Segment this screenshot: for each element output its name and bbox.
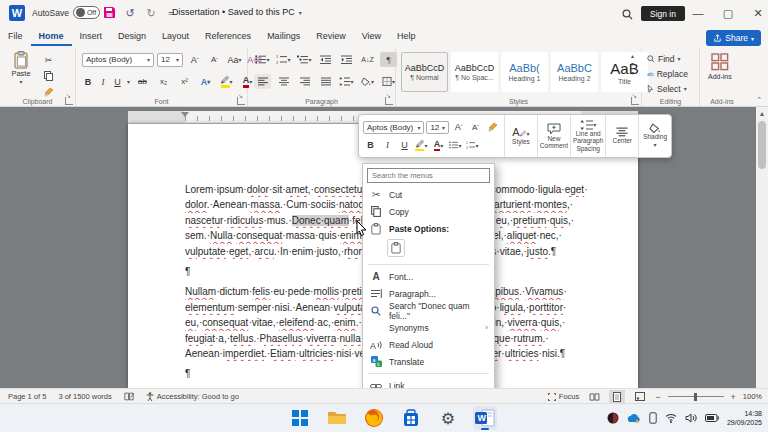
autosave-toggle[interactable]: Off [73,6,100,19]
mini-font-name-combobox[interactable]: Aptos (Body)▾ [363,121,424,134]
mini-bullets-button[interactable]: ▾ [448,138,463,153]
styles-scroll-up-icon[interactable]: ▴ [631,52,634,59]
tab-layout[interactable]: Layout [154,27,197,44]
styles-dialog-launcher-icon[interactable] [631,97,639,105]
tab-file[interactable]: File [0,27,31,44]
maximize-button[interactable]: ▢ [713,0,743,26]
mini-grow-font-button[interactable]: Aˆ [451,120,466,135]
zoom-level-indicator[interactable]: 100% [743,392,762,401]
vertical-scrollbar[interactable]: ▲ [756,107,768,388]
web-layout-view-button[interactable] [632,390,648,403]
shading-button[interactable]: ▾ [359,74,376,89]
word-app-icon[interactable]: W [9,5,25,21]
collapse-ribbon-icon[interactable]: ⌃ [756,96,762,104]
mini-numbering-button[interactable]: 12▾ [465,138,480,153]
scrollbar-thumb[interactable] [758,121,766,169]
tab-design[interactable]: Design [110,27,154,44]
change-case-button[interactable]: Aa▾ [226,52,243,67]
align-right-button[interactable] [296,74,313,89]
italic-button[interactable]: I [98,74,108,89]
context-menu-item-font[interactable]: AFont... [363,268,494,285]
undo-button[interactable]: ↺ [122,5,138,21]
mini-styles-button[interactable]: A🖉▾ Styles [505,115,538,157]
context-menu-item-cut[interactable]: ✂Cut [363,186,494,203]
word-taskbar-icon[interactable]: W [473,406,497,430]
context-menu-item-synonyms[interactable]: Synonyms› [363,319,494,336]
autosave-control[interactable]: AutoSave Off [32,6,100,19]
mini-italic-button[interactable]: I [380,138,395,153]
replace-button[interactable]: ab Replace [647,67,688,80]
context-menu-item-copy[interactable]: Copy [363,203,494,220]
firefox-icon[interactable] [362,406,386,430]
settings-icon[interactable]: ⚙ [436,406,460,430]
text-effects-button[interactable]: A▾ [197,74,214,89]
battery-icon[interactable] [705,414,719,422]
mini-font-color-button[interactable]: A▾ [431,138,446,153]
paste-button[interactable]: Paste ▾ [8,51,34,85]
addins-button[interactable]: Add-ins [708,53,732,80]
styles-scroll-down-icon[interactable]: ▾ [631,60,634,67]
document-title[interactable]: Dissertation • Saved to this PC ▾ [172,7,302,17]
print-layout-view-button[interactable] [609,390,625,403]
font-size-combobox[interactable]: 12▾ [157,53,183,67]
mini-shrink-font-button[interactable]: Aˇ [468,120,483,135]
strikethrough-button[interactable]: ab [134,74,151,89]
tab-view[interactable]: View [354,27,389,44]
word-count-indicator[interactable]: 3 of 1500 words [58,392,111,401]
subscript-button[interactable]: x₂ [155,74,172,89]
select-button[interactable]: Select▾ [647,82,688,95]
sort-button[interactable]: A↓Z [359,52,376,67]
line-spacing-button[interactable]: ▾ [338,74,355,89]
borders-button[interactable]: ▾ [380,74,397,89]
superscript-button[interactable]: x² [176,74,193,89]
format-painter-button[interactable] [40,84,57,99]
start-button[interactable] [288,406,312,430]
mini-center-button[interactable]: Center [606,115,639,157]
tab-help[interactable]: Help [389,27,424,44]
tab-insert[interactable]: Insert [72,27,111,44]
mini-line-spacing-button[interactable]: ▾ Line and Paragraph Spacing [571,115,606,157]
grow-font-button[interactable]: Aˆ [186,52,203,67]
context-menu-item-paragraph[interactable]: Paragraph... [363,285,494,302]
font-name-combobox[interactable]: Aptos (Body)▾ [82,53,154,67]
zoom-slider-thumb[interactable] [694,393,697,401]
microsoft-store-icon[interactable] [399,406,423,430]
justify-button[interactable] [317,74,334,89]
redo-button[interactable]: ↻ [143,5,159,21]
style--no-spac-[interactable]: AaBbCcD¶ No Spac... [451,52,498,92]
show-formatting-marks-button[interactable]: ¶ [380,52,397,67]
focus-mode-button[interactable]: Focus [548,392,579,401]
style-heading-2[interactable]: AaBbCHeading 2 [551,52,598,92]
mini-new-comment-button[interactable]: New Comment [538,115,571,157]
align-left-button[interactable] [254,74,271,89]
wifi-icon[interactable] [665,413,677,423]
style-title[interactable]: AaBTitle [601,52,648,92]
increase-indent-button[interactable] [338,52,355,67]
context-menu-item-translate[interactable]: axTranslate [363,353,494,370]
font-dialog-launcher-icon[interactable] [237,97,245,105]
phone-link-icon[interactable] [649,412,657,424]
context-menu-search-input[interactable]: Search the menus [367,168,490,183]
mini-format-painter-button[interactable] [485,120,500,135]
align-center-button[interactable] [275,74,292,89]
onedrive-icon[interactable] [627,413,641,424]
underline-button[interactable]: U [112,74,123,89]
multilevel-list-button[interactable]: ▾ [296,52,313,67]
read-mode-view-button[interactable] [586,390,602,403]
clock-and-date[interactable]: 14:38 29/09/2025 [727,409,762,428]
context-menu-item-read-aloud[interactable]: ARead Aloud [363,336,494,353]
text-highlight-button[interactable]: 🖉▾ [218,74,235,89]
context-menu-item-search-donec-quam-feli[interactable]: Search "Donec quam feli..." [363,302,494,319]
tab-references[interactable]: References [197,27,259,44]
close-button[interactable]: ✕ [743,0,768,26]
paragraph-dialog-launcher-icon[interactable] [385,97,393,105]
tray-app-icon[interactable] [607,412,619,424]
zoom-slider[interactable] [668,396,724,397]
accessibility-status[interactable]: Accessibility: Good to go [146,392,239,401]
clipboard-dialog-launcher-icon[interactable] [65,97,73,105]
decrease-indent-button[interactable] [317,52,334,67]
scroll-up-icon[interactable]: ▲ [756,107,768,119]
search-icon[interactable] [618,5,636,23]
style--normal[interactable]: AaBbCcD¶ Normal [401,52,448,92]
first-line-indent-marker[interactable] [181,112,189,121]
